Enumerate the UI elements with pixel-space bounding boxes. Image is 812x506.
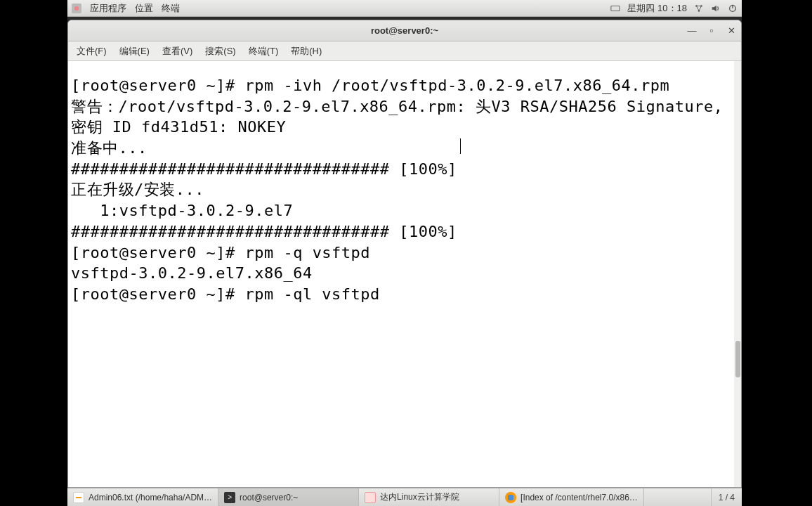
taskbar-label: Admin06.txt (/home/haha/ADM… [89, 493, 212, 502]
top-panel-right: 星期四 10：18 [610, 2, 738, 15]
menu-search[interactable]: 搜索(S) [199, 43, 241, 60]
text-cursor-icon [460, 138, 461, 154]
menu-terminal[interactable]: 终端(T) [243, 43, 284, 60]
menubar: 文件(F) 编辑(E) 查看(V) 搜索(S) 终端(T) 帮助(H) [68, 41, 741, 61]
terminal-window: root@server0:~ — ▫ ✕ 文件(F) 编辑(E) 查看(V) 搜… [67, 20, 742, 488]
workspace-indicator[interactable]: 1 / 4 [711, 488, 742, 506]
window-title: root@server0:~ [68, 25, 741, 36]
close-button[interactable]: ✕ [726, 25, 737, 37]
applications-menu[interactable]: 应用程序 [90, 2, 126, 15]
scrollbar-thumb[interactable] [735, 341, 740, 377]
power-icon[interactable] [728, 4, 738, 13]
taskbar-item-editor[interactable]: Admin06.txt (/home/haha/ADM… [67, 488, 218, 506]
menu-edit[interactable]: 编辑(E) [114, 43, 155, 60]
terminal-output: [root@server0 ~]# rpm -ivh /root/vsftpd-… [71, 75, 738, 305]
document-icon [365, 492, 376, 503]
taskbar-item-document[interactable]: 达内Linux云计算学院 [359, 488, 499, 506]
titlebar[interactable]: root@server0:~ — ▫ ✕ [68, 20, 741, 41]
top-panel-left: 应用程序 位置 终端 [72, 2, 180, 15]
clock[interactable]: 星期四 10：18 [627, 2, 687, 15]
menu-file[interactable]: 文件(F) [71, 43, 112, 60]
terminal-menu[interactable]: 终端 [162, 2, 180, 15]
activities-icon[interactable] [72, 4, 81, 13]
taskbar: Admin06.txt (/home/haha/ADM… root@server… [67, 488, 742, 506]
taskbar-label: root@server0:~ [240, 493, 298, 502]
firefox-icon [505, 492, 516, 503]
text-editor-icon [73, 492, 84, 503]
desktop: 应用程序 位置 终端 星期四 10：18 root@server0:~ — [67, 0, 742, 506]
volume-icon[interactable] [711, 4, 721, 13]
keyboard-icon[interactable] [610, 4, 620, 13]
terminal-icon [224, 492, 235, 503]
taskbar-item-firefox[interactable]: [Index of /content/rhel7.0/x86… [499, 488, 644, 506]
network-icon[interactable] [694, 4, 704, 13]
places-menu[interactable]: 位置 [135, 2, 153, 15]
menu-help[interactable]: 帮助(H) [285, 43, 327, 60]
maximize-button[interactable]: ▫ [706, 25, 717, 37]
scrollbar[interactable] [734, 61, 741, 487]
terminal-body[interactable]: [root@server0 ~]# rpm -ivh /root/vsftpd-… [68, 61, 741, 487]
titlebar-controls: — ▫ ✕ [686, 25, 737, 37]
taskbar-label: 达内Linux云计算学院 [380, 491, 459, 503]
svg-rect-0 [611, 6, 620, 11]
menu-view[interactable]: 查看(V) [157, 43, 198, 60]
top-panel: 应用程序 位置 终端 星期四 10：18 [67, 0, 742, 17]
minimize-button[interactable]: — [686, 25, 698, 37]
taskbar-label: [Index of /content/rhel7.0/x86… [520, 493, 638, 502]
taskbar-item-terminal[interactable]: root@server0:~ [218, 488, 359, 506]
